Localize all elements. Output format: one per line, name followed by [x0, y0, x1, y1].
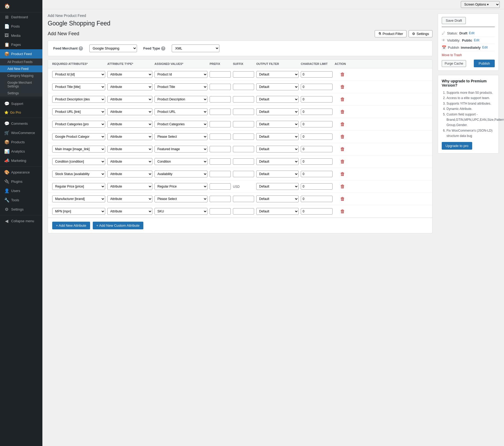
sidebar-item-posts[interactable]: 📄 Posts — [0, 22, 42, 31]
char-limit-input-0[interactable] — [301, 71, 333, 78]
required-attr-select-2[interactable]: Product Description [des — [52, 96, 105, 103]
attr-type-select-3[interactable]: Attribute Pattern Static — [107, 108, 152, 115]
sidebar-item-support[interactable]: 💬 Support — [0, 99, 42, 108]
sidebar-item-analytics[interactable]: 📊 Analytics — [0, 147, 42, 156]
required-attr-select-9[interactable]: Regular Price [price] — [52, 183, 105, 190]
attr-type-select-9[interactable]: Attribute Pattern Static — [107, 183, 152, 190]
char-limit-input-7[interactable] — [301, 158, 333, 165]
feed-type-select[interactable]: XML CSV TSV — [172, 44, 219, 52]
suffix-input-3[interactable] — [233, 109, 254, 115]
char-limit-input-10[interactable] — [301, 196, 333, 202]
delete-row-button-5[interactable]: 🗑 — [335, 133, 351, 140]
prefix-input-7[interactable] — [210, 158, 231, 165]
prefix-input-10[interactable] — [210, 196, 231, 202]
sidebar-item-marketing[interactable]: 📣 Marketing — [0, 156, 42, 165]
sidebar-item-appearance[interactable]: 🎨 Appearance — [0, 168, 42, 177]
sidebar-item-product-feed[interactable]: 📦 Product Feed — [0, 49, 42, 59]
char-limit-input-4[interactable] — [301, 121, 333, 127]
char-limit-input-1[interactable] — [301, 84, 333, 90]
delete-row-button-9[interactable]: 🗑 — [335, 183, 351, 190]
char-limit-input-5[interactable] — [301, 133, 333, 140]
attr-type-select-11[interactable]: Attribute Pattern Static — [107, 208, 152, 215]
settings-button[interactable]: ⚙ Settings — [409, 30, 432, 37]
assigned-values-select-2[interactable]: Product Description — [154, 96, 207, 103]
delete-row-button-8[interactable]: 🗑 — [335, 171, 351, 177]
suffix-input-2[interactable] — [233, 96, 254, 102]
output-filter-select-8[interactable]: Default Strip HTML Lowercase — [256, 171, 299, 177]
assigned-values-select-10[interactable]: Please Select — [154, 195, 207, 202]
product-filter-button[interactable]: ⚗ Product Filter — [375, 30, 406, 37]
delete-row-button-2[interactable]: 🗑 — [335, 96, 351, 103]
assigned-values-select-8[interactable]: Availability — [154, 171, 207, 177]
prefix-input-8[interactable] — [210, 171, 231, 177]
sidebar-item-plugins[interactable]: 🔌 Plugins — [0, 177, 42, 186]
output-filter-select-11[interactable]: Default Strip HTML Lowercase — [256, 208, 299, 215]
sidebar-item-all-feeds[interactable]: All Product Feeds — [0, 59, 42, 65]
output-filter-select-0[interactable]: Default Strip HTML Lowercase — [256, 71, 299, 78]
attr-type-select-5[interactable]: Attribute Pattern Static — [107, 133, 152, 140]
sidebar-item-tools[interactable]: 🔧 Tools — [0, 195, 42, 205]
move-to-trash-link[interactable]: Move to Trash — [442, 53, 495, 57]
delete-row-button-7[interactable]: 🗑 — [335, 158, 351, 165]
delete-row-button-0[interactable]: 🗑 — [335, 71, 351, 78]
save-draft-button[interactable]: Save Draft — [442, 17, 466, 24]
required-attr-select-5[interactable]: Google Product Categor — [52, 133, 105, 140]
publish-edit-link[interactable]: Edit — [482, 46, 488, 49]
output-filter-select-1[interactable]: Default Strip HTML Lowercase — [256, 83, 299, 90]
sidebar-item-woocommerce[interactable]: 🛒 WooCommerce — [0, 128, 42, 137]
sidebar-item-gopro[interactable]: ⭐ Go Pro — [0, 108, 42, 117]
prefix-input-11[interactable] — [210, 208, 231, 215]
assigned-values-select-1[interactable]: Product Title — [154, 83, 207, 90]
output-filter-select-5[interactable]: Default Strip HTML Lowercase — [256, 133, 299, 140]
prefix-input-3[interactable] — [210, 109, 231, 115]
suffix-input-11[interactable] — [233, 208, 254, 215]
assigned-values-select-6[interactable]: Featured Image — [154, 146, 207, 153]
prefix-input-9[interactable] — [210, 183, 231, 190]
sidebar-item-add-new-feed[interactable]: Add New Feed — [0, 65, 42, 72]
assigned-values-select-9[interactable]: Regular Price — [154, 183, 207, 190]
delete-row-button-10[interactable]: 🗑 — [335, 196, 351, 202]
output-filter-select-10[interactable]: Default Strip HTML Lowercase — [256, 195, 299, 202]
attr-type-select-2[interactable]: Attribute Pattern Static — [107, 96, 152, 103]
suffix-input-8[interactable] — [233, 171, 254, 177]
suffix-input-4[interactable] — [233, 121, 254, 127]
sidebar-item-category-mapping[interactable]: Category Mapping — [0, 72, 42, 79]
sidebar-item-users[interactable]: 👤 Users — [0, 186, 42, 195]
attr-type-select-0[interactable]: Attribute Pattern Static — [107, 71, 152, 78]
suffix-input-7[interactable] — [233, 158, 254, 165]
prefix-input-0[interactable] — [210, 71, 231, 78]
char-limit-input-8[interactable] — [301, 171, 333, 177]
delete-row-button-3[interactable]: 🗑 — [335, 109, 351, 115]
output-filter-select-4[interactable]: Default Strip HTML Lowercase — [256, 121, 299, 128]
char-limit-input-11[interactable] — [301, 208, 333, 215]
delete-row-button-1[interactable]: 🗑 — [335, 84, 351, 90]
assigned-values-select-11[interactable]: SKU — [154, 208, 207, 215]
suffix-input-0[interactable] — [233, 71, 254, 78]
required-attr-select-10[interactable]: Manufacturer [brand] — [52, 195, 105, 202]
prefix-input-5[interactable] — [210, 133, 231, 140]
assigned-values-select-7[interactable]: Condition — [154, 158, 207, 165]
required-attr-select-11[interactable]: MPN [mpn] — [52, 208, 105, 215]
output-filter-select-3[interactable]: Default Strip HTML Lowercase — [256, 108, 299, 115]
add-new-attribute-button[interactable]: + Add New Attribute — [52, 222, 90, 229]
attr-type-select-6[interactable]: Attribute Pattern Static — [107, 146, 152, 153]
sidebar-item-products[interactable]: 📦 Products — [0, 137, 42, 147]
prefix-input-4[interactable] — [210, 121, 231, 127]
suffix-input-6[interactable] — [233, 146, 254, 152]
assigned-values-select-5[interactable]: Please Select — [154, 133, 207, 140]
sidebar-item-dashboard[interactable]: ⊞ Dashboard — [0, 12, 42, 22]
feed-merchant-select[interactable]: Google Shopping WooCommerce — [89, 44, 137, 52]
sidebar-item-settings-sub[interactable]: Settings — [0, 90, 42, 97]
char-limit-input-9[interactable] — [301, 183, 333, 190]
visibility-edit-link[interactable]: Edit — [474, 38, 479, 42]
prefix-input-2[interactable] — [210, 96, 231, 102]
output-filter-select-7[interactable]: Default Strip HTML Lowercase — [256, 158, 299, 165]
publish-button[interactable]: Publish — [474, 60, 495, 67]
screen-options-button[interactable]: Screen Options ▾ — [461, 1, 500, 8]
output-filter-select-9[interactable]: Default Strip HTML Lowercase — [256, 183, 299, 190]
sidebar-item-comments[interactable]: 💬 Comments — [0, 119, 42, 128]
char-limit-input-3[interactable] — [301, 109, 333, 115]
required-attr-select-7[interactable]: Condition [condition] — [52, 158, 105, 165]
output-filter-select-2[interactable]: Default Strip HTML Lowercase — [256, 96, 299, 103]
add-new-custom-attribute-button[interactable]: + Add New Custom Attribute — [93, 222, 143, 229]
